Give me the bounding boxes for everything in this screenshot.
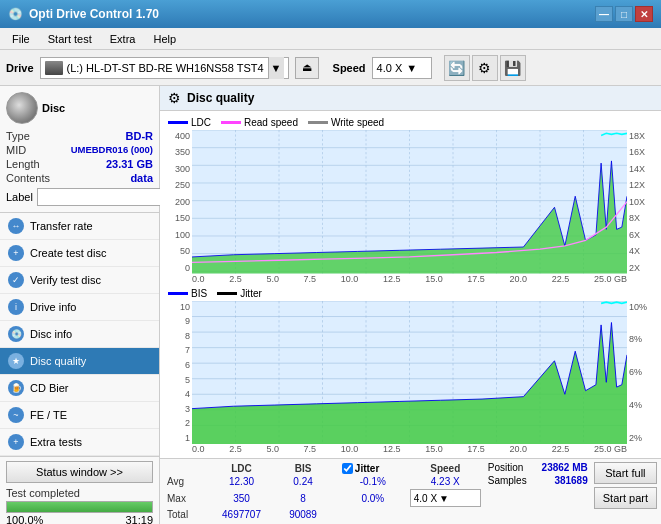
menu-file[interactable]: File xyxy=(4,31,38,47)
chart1-wrapper: LDC Read speed Write speed xyxy=(164,115,657,284)
stats-avg-ldc: 12.30 xyxy=(206,475,276,488)
nav-item-disc-info[interactable]: 💿 Disc info xyxy=(0,321,159,348)
nav-item-verify-test-disc[interactable]: ✓ Verify test disc xyxy=(0,267,159,294)
menu-extra[interactable]: Extra xyxy=(102,31,144,47)
nav-icon-disc-quality: ★ xyxy=(8,353,24,369)
nav-icon-cd-bier: 🍺 xyxy=(8,380,24,396)
start-full-button[interactable]: Start full xyxy=(594,462,657,484)
chart2-wrapper: BIS Jitter 10 9 8 7 xyxy=(164,286,657,455)
nav-item-create-test-disc[interactable]: + Create test disc xyxy=(0,240,159,267)
nav-icon-verify-test-disc: ✓ xyxy=(8,272,24,288)
legend-read-speed-color xyxy=(221,121,241,124)
speed-dropdown-arrow[interactable]: ▼ xyxy=(406,62,417,74)
nav-item-extra-tests[interactable]: + Extra tests xyxy=(0,429,159,456)
legend-read-speed: Read speed xyxy=(221,117,298,128)
legend-ldc-label: LDC xyxy=(191,117,211,128)
stats-max-label: Max xyxy=(164,488,206,508)
toolbar-icon-3[interactable]: 💾 xyxy=(500,55,526,81)
action-buttons: Start full Start part xyxy=(594,462,657,509)
legend-ldc-color xyxy=(168,121,188,124)
jitter-checkbox-row: Jitter xyxy=(342,463,404,474)
disc-thumbnail xyxy=(6,92,38,124)
jitter-label: Jitter xyxy=(355,463,379,474)
stats-header-row: LDC BIS Jitter Speed xyxy=(164,462,484,475)
stats-col-ldc: LDC xyxy=(206,462,276,475)
disc-type-row: Type BD-R xyxy=(6,130,153,142)
stats-panel: LDC BIS Jitter Speed xyxy=(160,458,661,524)
progress-percent: 100.0% xyxy=(6,514,43,524)
stats-table: LDC BIS Jitter Speed xyxy=(164,462,484,521)
chart1-y-right: 18X 16X 14X 12X 10X 8X 6X 4X 2X xyxy=(627,130,657,274)
nav-items: ↔ Transfer rate + Create test disc ✓ Ver… xyxy=(0,213,159,456)
status-window-button[interactable]: Status window >> xyxy=(6,461,153,483)
content-area: ⚙ Disc quality LDC Read speed xyxy=(160,86,661,524)
progress-bar-fill xyxy=(7,502,152,512)
chart1-plot-area: 400 350 300 250 200 150 100 50 0 xyxy=(164,130,657,284)
legend-write-speed-label: Write speed xyxy=(331,117,384,128)
eject-button[interactable]: ⏏ xyxy=(295,57,319,79)
chart2-plot-area: 10 9 8 7 6 5 4 3 2 1 xyxy=(164,301,657,455)
disc-label-input[interactable] xyxy=(37,188,170,206)
chart2-svg xyxy=(192,301,627,445)
nav-icon-transfer-rate: ↔ xyxy=(8,218,24,234)
titlebar-title: 💿 Opti Drive Control 1.70 xyxy=(8,7,159,21)
toolbar-icon-2[interactable]: ⚙ xyxy=(472,55,498,81)
jitter-checkbox[interactable] xyxy=(342,463,353,474)
disc-type-value: BD-R xyxy=(126,130,154,142)
stats-avg-speed: 4.23 X xyxy=(407,475,484,488)
chart2-y-left: 10 9 8 7 6 5 4 3 2 1 xyxy=(164,301,192,445)
nav-label-cd-bier: CD Bier xyxy=(30,382,69,394)
nav-label-extra-tests: Extra tests xyxy=(30,436,82,448)
stats-total-bis: 90089 xyxy=(277,508,330,521)
minimize-button[interactable]: — xyxy=(595,6,613,22)
chart2-legend: BIS Jitter xyxy=(164,286,657,301)
progress-row: 100.0% 31:19 xyxy=(6,514,153,524)
legend-bis: BIS xyxy=(168,288,207,299)
menu-help[interactable]: Help xyxy=(145,31,184,47)
stats-row: LDC BIS Jitter Speed xyxy=(164,462,657,521)
chart1-plot xyxy=(192,130,627,274)
menu-start-test[interactable]: Start test xyxy=(40,31,100,47)
chart2-y-right: 10% 8% 6% 4% 2% xyxy=(627,301,657,445)
stats-max-row: Max 350 8 0.0% 4.0 X ▼ xyxy=(164,488,484,508)
samples-row: Samples 381689 xyxy=(488,475,588,486)
nav-label-create-test-disc: Create test disc xyxy=(30,247,106,259)
stats-col-speed: Speed xyxy=(407,462,484,475)
legend-jitter: Jitter xyxy=(217,288,262,299)
close-button[interactable]: ✕ xyxy=(635,6,653,22)
toolbar-icon-1[interactable]: 🔄 xyxy=(444,55,470,81)
disc-label-row: Label ⚙ xyxy=(6,188,153,206)
disc-contents-row: Contents data xyxy=(6,172,153,184)
titlebar-controls[interactable]: — □ ✕ xyxy=(595,6,653,22)
nav-item-transfer-rate[interactable]: ↔ Transfer rate xyxy=(0,213,159,240)
content-title: Disc quality xyxy=(187,91,254,105)
nav-item-cd-bier[interactable]: 🍺 CD Bier xyxy=(0,375,159,402)
speed-selector[interactable]: 4.0 X ▼ xyxy=(372,57,432,79)
menubar: File Start test Extra Help xyxy=(0,28,661,50)
nav-item-disc-quality[interactable]: ★ Disc quality xyxy=(0,348,159,375)
legend-jitter-color xyxy=(217,292,237,295)
disc-header: Disc xyxy=(6,92,153,124)
legend-jitter-label: Jitter xyxy=(240,288,262,299)
stats-avg-bis: 0.24 xyxy=(277,475,330,488)
stats-total-ldc: 4697707 xyxy=(206,508,276,521)
nav-label-disc-quality: Disc quality xyxy=(30,355,86,367)
charts-container: LDC Read speed Write speed xyxy=(160,111,661,458)
position-row: Position 23862 MB xyxy=(488,462,588,473)
drive-selector[interactable]: (L:) HL-DT-ST BD-RE WH16NS58 TST4 ▼ xyxy=(40,57,289,79)
drive-label: Drive xyxy=(6,62,34,74)
drive-dropdown-arrow[interactable]: ▼ xyxy=(268,57,284,79)
nav-label-fe-te: FE / TE xyxy=(30,409,67,421)
start-part-button[interactable]: Start part xyxy=(594,487,657,509)
chart1-svg xyxy=(192,130,627,274)
stats-total-label: Total xyxy=(164,508,206,521)
maximize-button[interactable]: □ xyxy=(615,6,633,22)
nav-item-drive-info[interactable]: i Drive info xyxy=(0,294,159,321)
legend-write-speed: Write speed xyxy=(308,117,384,128)
stats-max-jitter: 0.0% xyxy=(339,488,407,508)
status-section: Status window >> Test completed 100.0% 3… xyxy=(0,456,159,524)
chart2-plot xyxy=(192,301,627,445)
nav-item-fe-te[interactable]: ~ FE / TE xyxy=(0,402,159,429)
disc-section: Disc Type BD-R MID UMEBDR016 (000) Lengt… xyxy=(0,86,159,213)
speed-select[interactable]: 4.0 X ▼ xyxy=(410,489,481,507)
